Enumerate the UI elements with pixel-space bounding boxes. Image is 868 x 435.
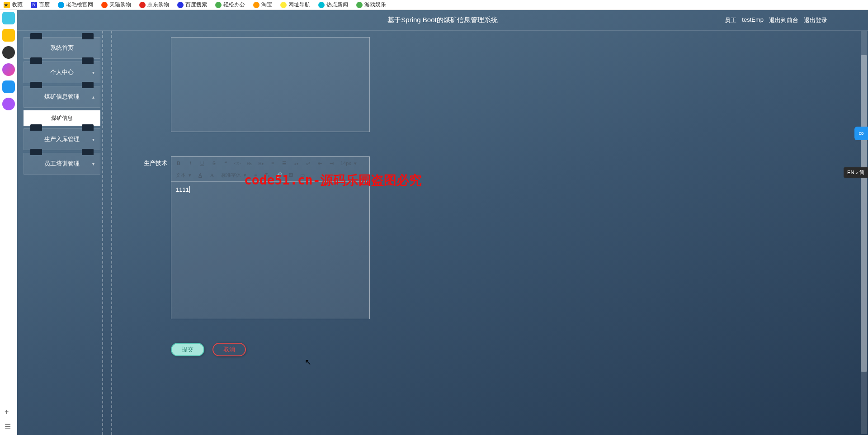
globe-icon <box>58 2 64 8</box>
content-area: 生产技术 B I U S̶ ❝ </> H₁ H₂ ≡ ☰ x₂ x² ⇤ ⇥ <box>126 31 859 435</box>
sidebar-item-label: 个人中心 <box>50 68 74 76</box>
star-icon: ★ <box>4 2 10 8</box>
image-icon[interactable]: 🖼 <box>286 170 295 180</box>
sidebar-item-label: 煤矿信息管理 <box>44 93 80 101</box>
bookmarks-bar: ★收藏 度百度 老毛桃官网 天猫购物 京东购物 百度搜索 轻松办公 淘宝 网址导… <box>0 0 868 10</box>
h1-icon[interactable]: H₁ <box>245 159 254 168</box>
bookmark-baidusearch[interactable]: 百度搜索 <box>177 1 207 9</box>
bookmark-label: 百度搜索 <box>185 1 207 9</box>
bookmark-label: 热点新闻 <box>326 1 348 9</box>
chevron-down-icon: ▾ <box>92 161 94 166</box>
text-color-icon[interactable]: A <box>196 170 205 180</box>
sidebar: 系统首页 个人中心▾ 煤矿信息管理▴ 煤矿信息 生产入库管理▾ 员工培训管理▾ <box>24 37 100 177</box>
strikethrough-icon[interactable]: S̶ <box>209 159 218 168</box>
mouse-cursor-icon: ↖ <box>305 357 311 367</box>
sidebar-item-label: 员工培训管理 <box>44 160 80 168</box>
bookmark-label: 游戏娱乐 <box>364 1 386 9</box>
fontfamily-select[interactable]: 标准字体▾ <box>219 170 248 180</box>
align-icon[interactable]: ≡ <box>251 170 260 180</box>
bookmark-label: 天猫购物 <box>109 1 131 9</box>
dock-icon-3[interactable] <box>2 46 15 59</box>
bookmark-label: 百度 <box>39 1 50 9</box>
richtext-body[interactable]: 1111 <box>171 182 369 319</box>
fontsize-select[interactable]: 14px▾ <box>339 159 359 168</box>
bookmark-news[interactable]: 热点新闻 <box>318 1 348 9</box>
user-name[interactable]: testEmp <box>742 16 764 24</box>
sidebar-item-label: 生产入库管理 <box>44 135 80 143</box>
video-icon[interactable]: ▭ <box>298 170 307 180</box>
richtext-editor: B I U S̶ ❝ </> H₁ H₂ ≡ ☰ x₂ x² ⇤ ⇥ 14px▾… <box>171 156 370 319</box>
cancel-button[interactable]: 取消 <box>212 343 246 356</box>
link-icon[interactable]: 🔗 <box>274 170 283 180</box>
bookmark-label: 收藏 <box>12 1 23 9</box>
bookmark-label: 淘宝 <box>261 1 272 9</box>
bookmark-taobao[interactable]: 淘宝 <box>253 1 272 9</box>
sidebar-item-prod-in[interactable]: 生产入库管理▾ <box>24 128 100 150</box>
bookmark-qsoffice[interactable]: 轻松办公 <box>215 1 245 9</box>
bookmark-label: 京东购物 <box>147 1 169 9</box>
logout-link[interactable]: 退出登录 <box>804 16 827 24</box>
dock-icon-1[interactable] <box>2 12 15 24</box>
dock-icon-5[interactable] <box>2 80 15 93</box>
dock-icon-2[interactable] <box>2 29 15 42</box>
bookmark-jd[interactable]: 京东购物 <box>139 1 169 9</box>
chevron-up-icon: ▴ <box>92 95 94 99</box>
upper-preview-box[interactable] <box>171 37 370 132</box>
clear-format-icon[interactable]: Tₓ <box>263 170 272 180</box>
underline-icon[interactable]: U <box>198 159 207 168</box>
outdent-icon[interactable]: ⇥ <box>327 159 336 168</box>
bookmark-games[interactable]: 游戏娱乐 <box>356 1 386 9</box>
superscript-icon[interactable]: x² <box>303 159 312 168</box>
app-frame: 基于Spring Boot的煤矿信息管理系统 员工 testEmp 退出到前台 … <box>17 10 868 435</box>
text-cursor <box>189 186 190 193</box>
globe-icon <box>101 2 108 8</box>
dock-icon-4[interactable] <box>2 63 15 76</box>
header-right: 员工 testEmp 退出到前台 退出登录 <box>725 16 827 24</box>
user-role: 员工 <box>725 16 736 24</box>
plus-icon[interactable]: + <box>5 408 13 416</box>
float-share-button[interactable]: ∞ <box>854 127 868 140</box>
sidebar-item-personal[interactable]: 个人中心▾ <box>24 61 100 83</box>
editor-content: 1111 <box>176 186 189 193</box>
sidebar-item-home[interactable]: 系统首页 <box>24 37 100 59</box>
select-value: 文本 <box>176 172 186 179</box>
bookmark-tmall[interactable]: 天猫购物 <box>101 1 131 9</box>
sidebar-subitem-coal-info[interactable]: 煤矿信息 <box>24 110 100 126</box>
globe-icon <box>139 2 146 8</box>
scrollbar-thumb[interactable] <box>861 55 867 372</box>
form-row-production-tech: 生产技术 B I U S̶ ❝ </> H₁ H₂ ≡ ☰ x₂ x² ⇤ ⇥ <box>144 156 370 319</box>
app-header: 基于Spring Boot的煤矿信息管理系统 员工 testEmp 退出到前台 … <box>17 10 868 31</box>
submit-button[interactable]: 提交 <box>171 343 204 356</box>
chevron-down-icon: ▾ <box>189 172 191 178</box>
bookmark-label: 老毛桃官网 <box>66 1 93 9</box>
texttype-select[interactable]: 文本▾ <box>174 170 193 180</box>
bookmark-laomaotao[interactable]: 老毛桃官网 <box>58 1 93 9</box>
logout-front-link[interactable]: 退出到前台 <box>769 16 798 24</box>
bookmark-navsite[interactable]: 网址导航 <box>280 1 310 9</box>
globe-icon <box>356 2 363 8</box>
dock-icon-6[interactable] <box>2 98 15 110</box>
subscript-icon[interactable]: x₂ <box>292 159 301 168</box>
globe-icon <box>318 2 325 8</box>
h2-icon[interactable]: H₂ <box>256 159 265 168</box>
ime-indicator[interactable]: EN ♪ 简 <box>844 167 868 178</box>
chevron-down-icon: ▾ <box>354 161 357 166</box>
code-icon[interactable]: </> <box>233 159 242 168</box>
bg-color-icon[interactable]: A <box>208 170 217 180</box>
list-ordered-icon[interactable]: ≡ <box>268 159 277 168</box>
quote-icon[interactable]: ❝ <box>221 159 230 168</box>
hamburger-icon[interactable]: ☰ <box>5 422 13 430</box>
sidebar-item-training[interactable]: 员工培训管理▾ <box>24 153 100 175</box>
list-unordered-icon[interactable]: ☰ <box>280 159 289 168</box>
italic-icon[interactable]: I <box>186 159 195 168</box>
sidebar-item-coal-mgmt[interactable]: 煤矿信息管理▴ <box>24 86 100 108</box>
bold-icon[interactable]: B <box>174 159 183 168</box>
divider <box>102 31 103 435</box>
bookmark-baidu[interactable]: 度百度 <box>31 1 50 9</box>
indent-icon[interactable]: ⇤ <box>315 159 324 168</box>
richtext-toolbar: B I U S̶ ❝ </> H₁ H₂ ≡ ☰ x₂ x² ⇤ ⇥ 14px▾… <box>171 157 369 182</box>
bookmark-favorites[interactable]: ★收藏 <box>4 1 23 9</box>
chevron-down-icon: ▾ <box>244 172 246 178</box>
button-row: 提交 取消 <box>171 343 246 356</box>
sidebar-item-label: 系统首页 <box>50 44 74 52</box>
